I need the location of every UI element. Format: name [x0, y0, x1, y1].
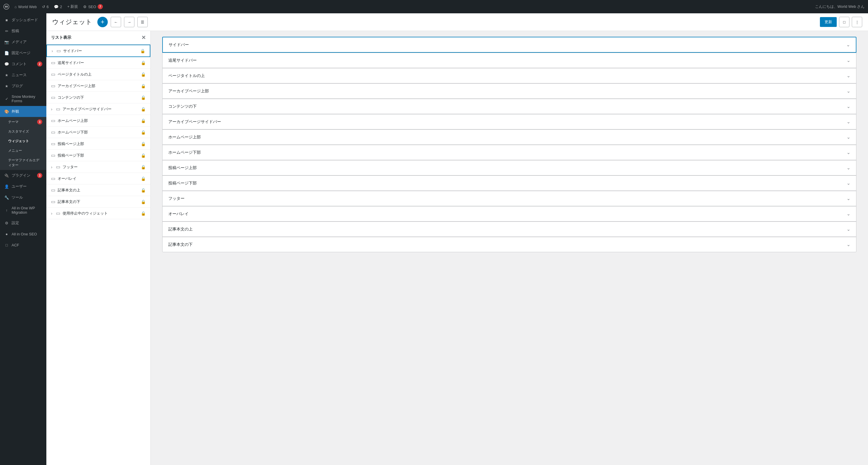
- list-item-homepage-bottom[interactable]: ▭ホームページ下部🔒: [46, 127, 150, 138]
- site-name-link[interactable]: ⌂ World Web: [14, 5, 37, 9]
- accordion-label: 追尾サイドバー: [168, 58, 197, 63]
- accordion-item-post-bottom[interactable]: 投稿ページ下部⌄: [162, 175, 857, 191]
- sidebar-item-acf[interactable]: □ ACF: [0, 239, 46, 251]
- accordion-header-sidebar[interactable]: サイドバー⌄: [163, 37, 856, 52]
- sidebar-item-comments[interactable]: 💬 コメント 2: [0, 59, 46, 69]
- panel-header: リスト表示 ✕: [46, 31, 150, 44]
- new-content-link[interactable]: + 新規: [67, 4, 78, 9]
- options-button[interactable]: ⋮: [852, 17, 862, 27]
- sidebar-item-news[interactable]: ★ ニュース: [0, 69, 46, 80]
- layout-toggle-button[interactable]: □: [839, 17, 849, 27]
- accordion-chevron-icon: ⌄: [846, 180, 850, 186]
- accordion-header-page-title-top[interactable]: ページタイトルの上⌄: [162, 68, 856, 83]
- panel-close-button[interactable]: ✕: [142, 35, 146, 40]
- accordion-item-homepage-top[interactable]: ホームページ上部⌄: [162, 129, 857, 145]
- list-item-page-title-top[interactable]: ▭ページタイトルの上🔒: [46, 69, 150, 80]
- sidebar-item-settings[interactable]: ⚙ 設定: [0, 218, 46, 228]
- accordion-label: コンテンツの下: [168, 104, 197, 109]
- accordion-chevron-icon: ⌄: [846, 242, 850, 247]
- dashboard-icon: ■: [4, 18, 9, 23]
- sidebar-item-pages[interactable]: 📄 固定ページ: [0, 47, 46, 59]
- accordion-label: アーカイブページ上部: [168, 89, 209, 94]
- accordion-item-archive-top[interactable]: アーカイブページ上部⌄: [162, 84, 857, 99]
- accordion-item-overlay[interactable]: オーバレイ⌄: [162, 206, 857, 222]
- posts-icon: ✏: [4, 28, 9, 34]
- comments-link[interactable]: 💬 2: [54, 5, 62, 9]
- accordion-label: フッター: [168, 196, 185, 201]
- accordion-chevron-icon: ⌄: [846, 211, 850, 217]
- accordion-item-article-bottom[interactable]: 記事本文の下⌄: [162, 237, 857, 252]
- folder-icon: ▭: [56, 164, 60, 170]
- accordion-header-tracking-sidebar[interactable]: 追尾サイドバー⌄: [162, 53, 856, 68]
- accordion-header-post-bottom[interactable]: 投稿ページ下部⌄: [162, 176, 856, 191]
- accordion-item-archive-sidebar[interactable]: アーカイブページサイドバー⌄: [162, 114, 857, 129]
- list-item-post-top[interactable]: ▭投稿ページ上部🔒: [46, 138, 150, 150]
- lock-icon: 🔒: [141, 176, 146, 181]
- sidebar-item-media[interactable]: 📷 メディア: [0, 36, 46, 47]
- accordion-header-homepage-bottom[interactable]: ホームページ下部⌄: [162, 145, 856, 160]
- list-item-archive-sidebar[interactable]: ›▭アーカイブページサイドバー🔒: [46, 103, 150, 115]
- accordion-item-content-below[interactable]: コンテンツの下⌄: [162, 99, 857, 114]
- accordion-item-post-top[interactable]: 投稿ページ上部⌄: [162, 160, 857, 175]
- sidebar-item-theme-file-editor[interactable]: テーマファイルエディター: [0, 156, 46, 170]
- add-widget-button[interactable]: +: [97, 17, 108, 27]
- list-item-article-top[interactable]: ▭記事本文の上🔒: [46, 185, 150, 196]
- sidebar-item-appearance[interactable]: 🎨 外観: [0, 106, 46, 117]
- list-item-tracking-sidebar[interactable]: ▭追尾サイドバー🔒: [46, 57, 150, 69]
- accordion-label: ページタイトルの上: [168, 73, 205, 78]
- accordion-item-sidebar[interactable]: サイドバー⌄: [162, 37, 857, 53]
- accordion-header-article-top[interactable]: 記事本文の上⌄: [162, 222, 856, 237]
- accordion-item-page-title-top[interactable]: ページタイトルの上⌄: [162, 68, 857, 84]
- sidebar-item-widgets[interactable]: ウィジェット: [0, 136, 46, 146]
- item-label: アーカイブページ上部: [58, 84, 138, 89]
- accordion-header-article-bottom[interactable]: 記事本文の下⌄: [162, 237, 856, 252]
- accordion-header-archive-sidebar[interactable]: アーカイブページサイドバー⌄: [162, 114, 856, 129]
- list-item-article-bottom[interactable]: ▭記事本文の下🔒: [46, 196, 150, 208]
- sidebar-item-menus[interactable]: メニュー: [0, 146, 46, 156]
- accordion-header-post-top[interactable]: 投稿ページ上部⌄: [162, 160, 856, 175]
- accordion-header-archive-top[interactable]: アーカイブページ上部⌄: [162, 84, 856, 98]
- sidebar-item-blog[interactable]: ★ ブログ: [0, 80, 46, 92]
- accordion-item-homepage-bottom[interactable]: ホームページ下部⌄: [162, 145, 857, 160]
- accordion-label: 記事本文の上: [168, 227, 193, 232]
- item-label: 記事本文の下: [58, 199, 138, 204]
- accordion-chevron-icon: ⌄: [846, 73, 850, 78]
- list-item-overlay[interactable]: ▭オーバレイ🔒: [46, 173, 150, 185]
- redo-button[interactable]: →: [124, 17, 134, 27]
- accordion-header-overlay[interactable]: オーバレイ⌄: [162, 206, 856, 221]
- sidebar-item-dashboard[interactable]: ■ ダッシュボード: [0, 14, 46, 26]
- sidebar-item-posts[interactable]: ✏ 投稿: [0, 26, 46, 36]
- accordion-item-tracking-sidebar[interactable]: 追尾サイドバー⌄: [162, 53, 857, 68]
- folder-icon: ▭: [51, 199, 55, 204]
- sidebar-item-aio-seo[interactable]: ● All in One SEO: [0, 228, 46, 239]
- sidebar-item-customize[interactable]: カスタマイズ: [0, 127, 46, 136]
- lock-icon: 🔒: [141, 72, 146, 77]
- wp-logo[interactable]: [3, 4, 9, 9]
- accordion-item-footer[interactable]: フッター⌄: [162, 191, 857, 206]
- sidebar-item-tools[interactable]: 🔧 ツール: [0, 192, 46, 203]
- list-item-sidebar[interactable]: ›▭サイドバー🔒: [46, 44, 150, 57]
- update-button[interactable]: 更新: [820, 17, 837, 27]
- accordion-item-article-top[interactable]: 記事本文の上⌄: [162, 222, 857, 237]
- list-item-content-below[interactable]: ▭コンテンツの下🔒: [46, 92, 150, 103]
- sidebar-item-themes[interactable]: テーマ 3: [0, 117, 46, 127]
- list-item-homepage-top[interactable]: ▭ホームページ上部🔒: [46, 115, 150, 127]
- accordion-header-content-below[interactable]: コンテンツの下⌄: [162, 99, 856, 114]
- accordion-header-footer[interactable]: フッター⌄: [162, 191, 856, 206]
- options-icon: ⋮: [855, 20, 859, 24]
- list-view-button[interactable]: ☰: [137, 17, 148, 27]
- list-item-disabled-widgets[interactable]: ›▭使用停止中のウィジェット🔒: [46, 208, 150, 219]
- accordion-header-homepage-top[interactable]: ホームページ上部⌄: [162, 130, 856, 144]
- list-item-archive-top[interactable]: ▭アーカイブページ上部🔒: [46, 80, 150, 92]
- sidebar-item-migration[interactable]: ↑ All in One WP Migration: [0, 203, 46, 218]
- updates-link[interactable]: ↺ 6: [42, 5, 49, 9]
- seo-link[interactable]: ⚙ SEO 7: [83, 4, 102, 9]
- header-actions: 更新 □ ⋮: [820, 17, 862, 27]
- sidebar-item-users[interactable]: 👤 ユーザー: [0, 181, 46, 192]
- sidebar-item-snow-monkey-forms[interactable]: ✓ Snow Monkey Forms: [0, 92, 46, 106]
- chevron-icon: ›: [51, 165, 53, 169]
- list-item-post-bottom[interactable]: ▭投稿ページ下部🔒: [46, 150, 150, 161]
- undo-button[interactable]: ←: [111, 17, 121, 27]
- sidebar-item-plugins[interactable]: 🔌 プラグイン 3: [0, 170, 46, 181]
- list-item-footer[interactable]: ›▭フッター🔒: [46, 161, 150, 173]
